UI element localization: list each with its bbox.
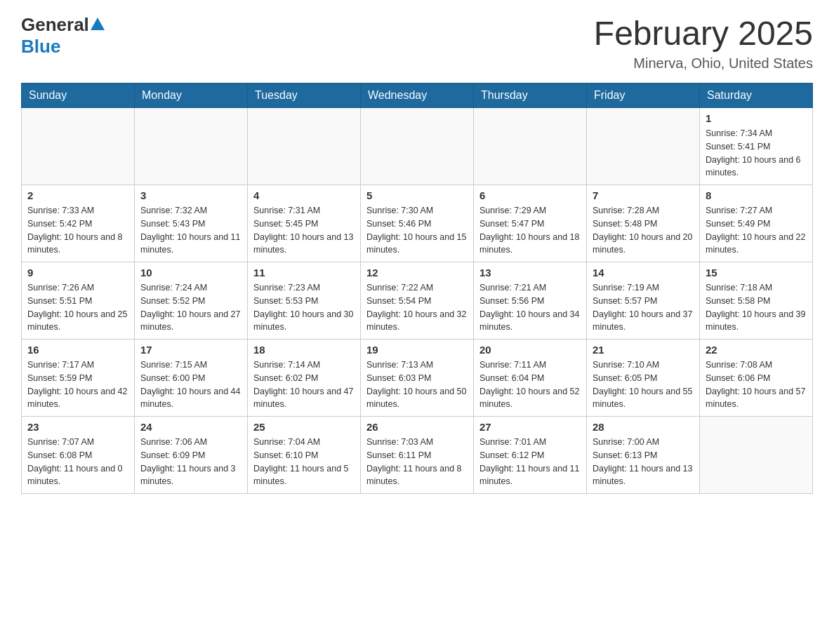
day-number: 11 <box>253 267 355 279</box>
day-number: 26 <box>366 421 468 433</box>
day-info: Sunrise: 7:21 AMSunset: 5:56 PMDaylight:… <box>479 281 581 334</box>
day-number: 19 <box>366 344 468 356</box>
day-info: Sunrise: 7:24 AMSunset: 5:52 PMDaylight:… <box>140 281 241 334</box>
day-number: 27 <box>479 421 581 433</box>
calendar-cell <box>135 108 248 185</box>
day-info: Sunrise: 7:10 AMSunset: 6:05 PMDaylight:… <box>593 358 694 411</box>
day-number: 13 <box>479 267 581 279</box>
calendar-cell: 17Sunrise: 7:15 AMSunset: 6:00 PMDayligh… <box>135 340 248 417</box>
day-number: 22 <box>706 344 807 356</box>
day-info: Sunrise: 7:08 AMSunset: 6:06 PMDaylight:… <box>706 358 807 411</box>
day-info: Sunrise: 7:19 AMSunset: 5:57 PMDaylight:… <box>593 281 694 334</box>
calendar-cell: 20Sunrise: 7:11 AMSunset: 6:04 PMDayligh… <box>474 340 587 417</box>
calendar-cell <box>587 108 700 185</box>
day-info: Sunrise: 7:00 AMSunset: 6:13 PMDaylight:… <box>593 436 694 488</box>
calendar-cell: 14Sunrise: 7:19 AMSunset: 5:57 PMDayligh… <box>587 262 700 340</box>
calendar-cell: 11Sunrise: 7:23 AMSunset: 5:53 PMDayligh… <box>248 262 361 340</box>
day-info: Sunrise: 7:29 AMSunset: 5:47 PMDaylight:… <box>479 204 581 257</box>
calendar-cell: 4Sunrise: 7:31 AMSunset: 5:45 PMDaylight… <box>248 185 361 262</box>
day-info: Sunrise: 7:13 AMSunset: 6:03 PMDaylight:… <box>366 358 468 411</box>
day-number: 10 <box>140 267 241 279</box>
calendar-cell: 13Sunrise: 7:21 AMSunset: 5:56 PMDayligh… <box>474 262 587 340</box>
calendar-cell: 23Sunrise: 7:07 AMSunset: 6:08 PMDayligh… <box>22 417 135 494</box>
page-header: General Blue February 2025 Minerva, Ohio… <box>21 14 813 72</box>
day-info: Sunrise: 7:23 AMSunset: 5:53 PMDaylight:… <box>253 281 355 334</box>
column-header-saturday: Saturday <box>700 83 813 108</box>
day-info: Sunrise: 7:33 AMSunset: 5:42 PMDaylight:… <box>27 204 128 257</box>
calendar-table: SundayMondayTuesdayWednesdayThursdayFrid… <box>21 83 813 494</box>
day-info: Sunrise: 7:07 AMSunset: 6:08 PMDaylight:… <box>27 436 128 488</box>
calendar-cell <box>248 108 361 185</box>
calendar-cell: 12Sunrise: 7:22 AMSunset: 5:54 PMDayligh… <box>361 262 474 340</box>
logo-general-text: General <box>21 14 89 36</box>
day-number: 9 <box>27 267 128 279</box>
day-number: 14 <box>593 267 694 279</box>
day-info: Sunrise: 7:26 AMSunset: 5:51 PMDaylight:… <box>27 281 128 334</box>
day-number: 16 <box>27 344 128 356</box>
day-number: 12 <box>366 267 468 279</box>
calendar-cell <box>22 108 135 185</box>
day-number: 28 <box>593 421 694 433</box>
calendar-cell: 1Sunrise: 7:34 AMSunset: 5:41 PMDaylight… <box>700 108 813 185</box>
calendar-cell: 3Sunrise: 7:32 AMSunset: 5:43 PMDaylight… <box>135 185 248 262</box>
calendar-cell: 26Sunrise: 7:03 AMSunset: 6:11 PMDayligh… <box>361 417 474 494</box>
day-info: Sunrise: 7:32 AMSunset: 5:43 PMDaylight:… <box>140 204 241 257</box>
day-info: Sunrise: 7:27 AMSunset: 5:49 PMDaylight:… <box>706 204 807 257</box>
day-info: Sunrise: 7:28 AMSunset: 5:48 PMDaylight:… <box>593 204 694 257</box>
day-number: 8 <box>706 189 807 201</box>
calendar-cell <box>361 108 474 185</box>
calendar-cell: 9Sunrise: 7:26 AMSunset: 5:51 PMDaylight… <box>22 262 135 340</box>
day-number: 3 <box>140 189 241 201</box>
column-header-tuesday: Tuesday <box>248 83 361 108</box>
day-info: Sunrise: 7:34 AMSunset: 5:41 PMDaylight:… <box>706 127 807 180</box>
calendar-week-3: 9Sunrise: 7:26 AMSunset: 5:51 PMDaylight… <box>22 262 813 340</box>
calendar-cell: 16Sunrise: 7:17 AMSunset: 5:59 PMDayligh… <box>22 340 135 417</box>
day-info: Sunrise: 7:14 AMSunset: 6:02 PMDaylight:… <box>253 358 355 411</box>
day-info: Sunrise: 7:01 AMSunset: 6:12 PMDaylight:… <box>479 436 581 488</box>
calendar-week-2: 2Sunrise: 7:33 AMSunset: 5:42 PMDaylight… <box>22 185 813 262</box>
calendar-cell: 5Sunrise: 7:30 AMSunset: 5:46 PMDaylight… <box>361 185 474 262</box>
calendar-cell: 19Sunrise: 7:13 AMSunset: 6:03 PMDayligh… <box>361 340 474 417</box>
day-number: 18 <box>253 344 355 356</box>
day-number: 20 <box>479 344 581 356</box>
page-title: February 2025 <box>594 14 813 53</box>
calendar-cell: 10Sunrise: 7:24 AMSunset: 5:52 PMDayligh… <box>135 262 248 340</box>
calendar-cell: 8Sunrise: 7:27 AMSunset: 5:49 PMDaylight… <box>700 185 813 262</box>
day-info: Sunrise: 7:04 AMSunset: 6:10 PMDaylight:… <box>253 436 355 488</box>
title-section: February 2025 Minerva, Ohio, United Stat… <box>594 14 813 72</box>
column-header-monday: Monday <box>135 83 248 108</box>
logo-triangle-icon <box>91 18 105 30</box>
day-number: 15 <box>706 267 807 279</box>
day-info: Sunrise: 7:17 AMSunset: 5:59 PMDaylight:… <box>27 358 128 411</box>
day-info: Sunrise: 7:06 AMSunset: 6:09 PMDaylight:… <box>140 436 241 488</box>
day-info: Sunrise: 7:15 AMSunset: 6:00 PMDaylight:… <box>140 358 241 411</box>
calendar-cell: 24Sunrise: 7:06 AMSunset: 6:09 PMDayligh… <box>135 417 248 494</box>
day-number: 25 <box>253 421 355 433</box>
page-subtitle: Minerva, Ohio, United States <box>594 55 813 72</box>
calendar-cell: 7Sunrise: 7:28 AMSunset: 5:48 PMDaylight… <box>587 185 700 262</box>
calendar-cell: 15Sunrise: 7:18 AMSunset: 5:58 PMDayligh… <box>700 262 813 340</box>
day-number: 2 <box>27 189 128 201</box>
calendar-cell: 2Sunrise: 7:33 AMSunset: 5:42 PMDaylight… <box>22 185 135 262</box>
column-header-sunday: Sunday <box>22 83 135 108</box>
calendar-cell: 28Sunrise: 7:00 AMSunset: 6:13 PMDayligh… <box>587 417 700 494</box>
calendar-cell: 6Sunrise: 7:29 AMSunset: 5:47 PMDaylight… <box>474 185 587 262</box>
logo-blue-text: Blue <box>21 36 60 58</box>
day-info: Sunrise: 7:18 AMSunset: 5:58 PMDaylight:… <box>706 281 807 334</box>
day-info: Sunrise: 7:11 AMSunset: 6:04 PMDaylight:… <box>479 358 581 411</box>
day-info: Sunrise: 7:03 AMSunset: 6:11 PMDaylight:… <box>366 436 468 488</box>
day-number: 24 <box>140 421 241 433</box>
day-number: 6 <box>479 189 581 201</box>
day-number: 23 <box>27 421 128 433</box>
calendar-cell: 27Sunrise: 7:01 AMSunset: 6:12 PMDayligh… <box>474 417 587 494</box>
calendar-cell <box>474 108 587 185</box>
calendar-header-row: SundayMondayTuesdayWednesdayThursdayFrid… <box>22 83 813 108</box>
logo: General Blue <box>21 14 105 58</box>
calendar-week-1: 1Sunrise: 7:34 AMSunset: 5:41 PMDaylight… <box>22 108 813 185</box>
column-header-wednesday: Wednesday <box>361 83 474 108</box>
calendar-week-5: 23Sunrise: 7:07 AMSunset: 6:08 PMDayligh… <box>22 417 813 494</box>
day-info: Sunrise: 7:30 AMSunset: 5:46 PMDaylight:… <box>366 204 468 257</box>
calendar-cell: 25Sunrise: 7:04 AMSunset: 6:10 PMDayligh… <box>248 417 361 494</box>
day-number: 17 <box>140 344 241 356</box>
calendar-cell: 18Sunrise: 7:14 AMSunset: 6:02 PMDayligh… <box>248 340 361 417</box>
